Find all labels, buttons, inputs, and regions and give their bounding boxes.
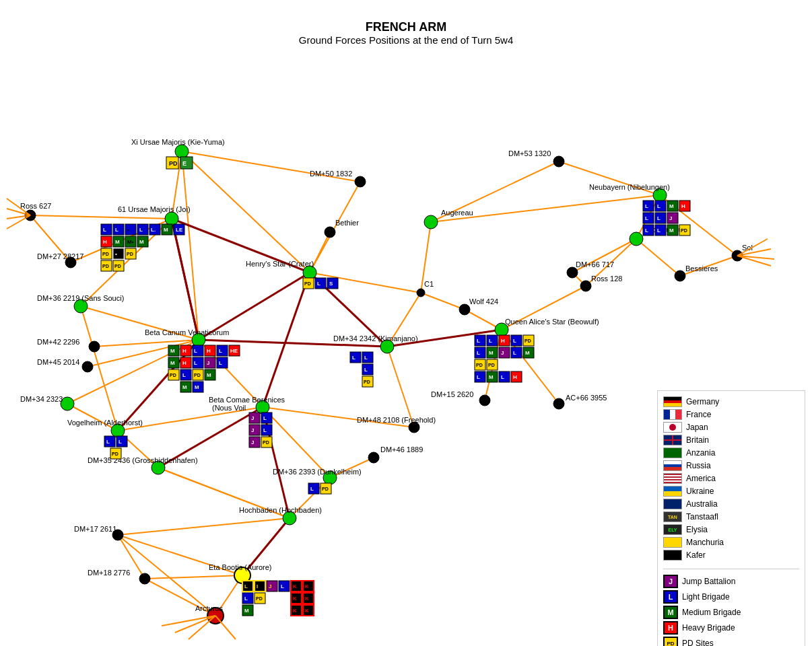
svg-text:L: L xyxy=(263,427,267,433)
legend-row-medium: M Medium Brigade xyxy=(663,606,799,619)
svg-text:M: M xyxy=(170,360,175,366)
svg-text:E: E xyxy=(182,160,187,167)
svg-text:L: L xyxy=(106,439,110,445)
label-dm27: DM+27 28217 xyxy=(37,252,83,260)
node-ross128 xyxy=(580,281,591,291)
legend-flags-section: Germany France Japan Britain xyxy=(663,396,799,561)
svg-text:•: • xyxy=(115,251,117,257)
svg-text:L: L xyxy=(657,227,661,234)
svg-text:M: M xyxy=(139,239,144,245)
legend-label-jump: Jump Battalion xyxy=(682,577,735,586)
node-dm45 xyxy=(82,361,93,372)
svg-text:L: L xyxy=(645,215,648,221)
label-wolf424: Wolf 424 xyxy=(469,297,498,306)
node-61-ursae xyxy=(165,212,178,225)
svg-text:PD: PD xyxy=(304,281,311,286)
svg-text:L: L xyxy=(364,355,368,361)
symbol-light: L xyxy=(663,590,678,604)
svg-text:L: L xyxy=(244,583,248,589)
flag-elysia: ELY xyxy=(663,524,682,535)
svg-text:L: L xyxy=(139,227,143,233)
symbol-jump: J xyxy=(663,575,678,588)
node-dm53 xyxy=(553,156,564,167)
svg-text:L: L xyxy=(657,215,661,221)
svg-text:M: M xyxy=(170,348,175,354)
flag-manchuria xyxy=(663,537,682,548)
svg-text:J: J xyxy=(501,350,504,356)
label-dm18: DM+18 2776 xyxy=(88,569,130,577)
svg-text:H: H xyxy=(501,338,505,344)
svg-text:M: M xyxy=(489,374,494,380)
legend-label-medium: Medium Brigade xyxy=(682,608,741,617)
svg-text:J: J xyxy=(669,215,672,221)
svg-text:PD: PD xyxy=(114,264,121,268)
legend-row-jump: J Jump Battalion xyxy=(663,575,799,588)
svg-text:L: L xyxy=(115,227,119,233)
svg-text:L: L xyxy=(645,227,648,234)
legend-row-germany: Germany xyxy=(663,396,799,407)
svg-text:L: L xyxy=(352,355,356,361)
svg-line-261 xyxy=(189,616,215,639)
svg-text:L: L xyxy=(194,360,197,366)
label-neubayern: Neubayern (Nibelungen) xyxy=(589,183,670,191)
svg-text:PD: PD xyxy=(194,373,201,378)
svg-line-36 xyxy=(118,518,290,535)
svg-text:L: L xyxy=(513,338,516,344)
node-dm50 xyxy=(355,176,366,187)
flag-france xyxy=(663,409,682,420)
legend-label-france: France xyxy=(686,410,711,419)
node-dm42 xyxy=(89,341,100,352)
legend-row-russia: Russia xyxy=(663,460,799,471)
node-dm46 xyxy=(368,452,379,463)
node-nyotekundu xyxy=(630,232,643,246)
label-queen-alice: Queen Alice's Star (Beowulf) xyxy=(505,318,599,326)
svg-line-10 xyxy=(310,182,360,273)
svg-text:J: J xyxy=(251,427,254,433)
label-dm36-2393: DM+36 2393 (Dunkelheim) xyxy=(273,468,362,476)
label-ross128: Ross 128 xyxy=(591,275,622,283)
node-dm18 xyxy=(139,573,150,584)
svg-text:H: H xyxy=(182,360,187,366)
legend-row-tanstaafl: TAN Tanstaafl xyxy=(663,511,799,522)
legend-row-britain: Britain xyxy=(663,435,799,445)
svg-line-40 xyxy=(145,575,242,579)
svg-line-67 xyxy=(263,407,290,518)
label-dm15: DM+15 2620 xyxy=(431,390,473,398)
svg-text:L.: L. xyxy=(151,227,156,233)
legend-label-ukraine: Ukraine xyxy=(686,487,714,496)
svg-text:PD: PD xyxy=(525,338,531,343)
flag-kafer xyxy=(663,550,682,561)
label-dm48: DM+48 2108 (Freehold) xyxy=(357,416,436,424)
legend-row-manchuria: Manchuria xyxy=(663,537,799,548)
svg-text:L: L xyxy=(489,338,492,344)
label-dm66: DM+66 717 xyxy=(576,260,614,268)
svg-text:L: L xyxy=(657,203,661,209)
legend-row-heavy: H Heavy Brigade xyxy=(663,621,799,635)
svg-text:H: H xyxy=(207,348,211,354)
svg-text:M: M xyxy=(164,227,168,233)
svg-text:K: K xyxy=(305,583,309,589)
svg-text:M: M xyxy=(244,608,249,614)
svg-text:L: L xyxy=(477,338,480,344)
legend-row-elysia: ELY Elysia xyxy=(663,524,799,535)
label-c1: C1 xyxy=(424,280,434,288)
svg-text:J: J xyxy=(207,360,209,366)
flag-tanstaafl: TAN xyxy=(663,511,682,522)
svg-text:HE: HE xyxy=(230,348,238,354)
label-dm46: DM+46 1889 xyxy=(380,445,423,454)
label-dm17: DM+17 2611 xyxy=(74,525,116,533)
legend-label-tanstaafl: Tanstaafl xyxy=(686,512,718,522)
svg-text:PD: PD xyxy=(256,596,263,601)
legend-label-light: Light Brigade xyxy=(682,592,730,602)
svg-text:K: K xyxy=(293,608,297,614)
symbol-heavy: H xyxy=(663,621,678,635)
svg-text:K: K xyxy=(293,583,297,589)
svg-line-20 xyxy=(67,404,118,431)
flag-russia xyxy=(663,460,682,471)
svg-text:M: M xyxy=(182,384,187,390)
node-bethier xyxy=(325,227,335,238)
svg-text:L: L xyxy=(317,281,320,287)
svg-text:PD: PD xyxy=(364,380,370,384)
main-canvas: FRENCH ARM Ground Forces Positions at th… xyxy=(0,0,812,646)
legend-row-light: L Light Brigade xyxy=(663,590,799,604)
